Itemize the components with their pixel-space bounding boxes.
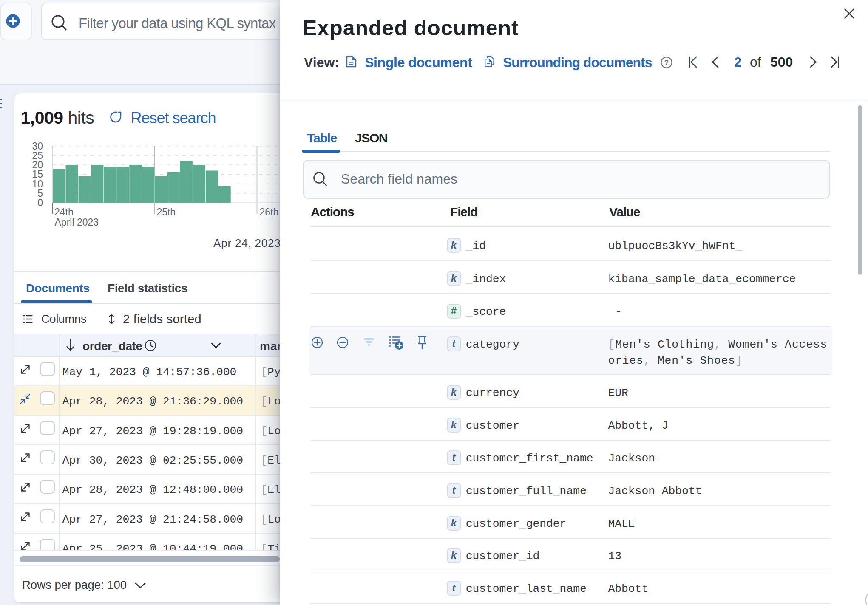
svg-text:26th: 26th (260, 206, 279, 218)
svg-text:5: 5 (37, 188, 43, 199)
svg-text:20: 20 (32, 159, 43, 170)
svg-text:30: 30 (32, 141, 43, 152)
svg-text:24th: 24th (54, 206, 74, 218)
svg-text:10: 10 (32, 178, 43, 189)
svg-text:?: ? (664, 59, 669, 67)
svg-text:0: 0 (37, 197, 43, 208)
svg-text:15: 15 (32, 169, 43, 180)
svg-text:25: 25 (32, 150, 43, 161)
svg-text:25th: 25th (156, 206, 176, 218)
svg-text:April 2023: April 2023 (55, 217, 99, 228)
